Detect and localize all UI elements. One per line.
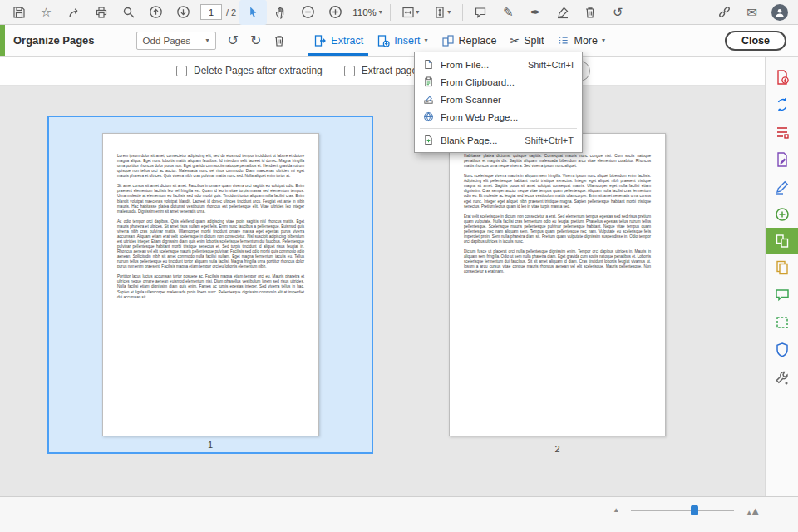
combine-files-icon[interactable]	[766, 118, 798, 145]
paragraph: Nunc scelerisque viverra mauris in aliqu…	[464, 174, 651, 209]
pen-icon[interactable]: ✒	[522, 0, 549, 25]
page-fit-dropdown[interactable]: ▾	[395, 0, 426, 25]
page-2-text: Habitasse platea dictumst quisque sagitt…	[464, 154, 651, 424]
edit-pdf-icon[interactable]	[766, 145, 798, 173]
paragraph: Ac odio tempor orci dapibus. Quis eleife…	[117, 219, 304, 270]
chevron-down-icon: ▾	[379, 9, 382, 16]
select-tool-icon[interactable]	[239, 0, 267, 25]
zoom-in-icon[interactable]	[322, 0, 349, 25]
more-label: More	[574, 35, 597, 47]
split-icon: ✂	[510, 34, 520, 47]
add-pages-icon[interactable]	[766, 200, 798, 228]
zoom-out-icon[interactable]	[294, 0, 322, 25]
paragraph: Dictum fusce ut placerat orci nulla pell…	[464, 249, 651, 274]
top-toolbar: ☆ / 2 110% ▾ ▾ ▾ ✎ ✒	[0, 0, 798, 25]
more-tools-icon[interactable]	[766, 363, 798, 391]
star-icon[interactable]: ☆	[32, 0, 60, 25]
protect-icon[interactable]	[766, 336, 798, 363]
menu-item-from-file[interactable]: From File... Shift+Ctrl+I	[415, 56, 582, 73]
page-thumbnail-1[interactable]: Lorem ipsum dolor sit amet, consectetur …	[47, 116, 373, 454]
page-thumbnail-2[interactable]: Habitasse platea dictumst quisque sagitt…	[447, 131, 667, 456]
print-icon[interactable]	[87, 0, 115, 25]
menu-item-label: Blank Page...	[441, 135, 497, 145]
avatar	[771, 4, 788, 21]
page-scroll-dropdown[interactable]: ▾	[426, 0, 458, 25]
organize-pages-toolbar: Organize Pages Odd Pages ▾ ↺ ↻ Extract I…	[0, 25, 798, 57]
comment-icon[interactable]	[467, 0, 495, 25]
page-sheet-1[interactable]: Lorem ipsum dolor sit amet, consectetur …	[102, 133, 319, 436]
more-icon	[557, 34, 569, 47]
rotate-right-icon[interactable]: ↻	[250, 32, 261, 48]
paragraph: Habitasse platea dictumst quisque sagitt…	[464, 154, 651, 169]
blank-page-icon	[423, 135, 434, 145]
page-title: Organize Pages	[13, 34, 95, 47]
delete-icon[interactable]	[577, 0, 604, 25]
chevron-down-icon: ▾	[425, 37, 428, 44]
insert-icon	[377, 34, 390, 47]
chevron-down-icon: ▾	[206, 37, 209, 44]
paragraph: Erat velit scelerisque in dictum non con…	[464, 214, 651, 244]
menu-item-blank-page[interactable]: Blank Page... Shift+Ctrl+T	[415, 131, 582, 149]
zoom-level-dropdown[interactable]: 110% ▾	[352, 7, 382, 17]
rotate-left-icon[interactable]: ↺	[228, 32, 239, 48]
share-icon[interactable]	[60, 0, 87, 25]
from-file-icon	[423, 59, 434, 70]
paragraph: Sit amet cursus sit amet dictum sit amet…	[117, 184, 304, 214]
undo-icon[interactable]: ↺	[604, 0, 632, 25]
triangle-icon: ▲	[750, 505, 761, 516]
chevron-down-icon: ▾	[447, 9, 451, 16]
menu-item-from-clipboard[interactable]: From Clipboard...	[415, 73, 582, 91]
comment-tool-icon[interactable]	[766, 281, 798, 308]
extract-tab[interactable]: Extract	[307, 25, 370, 56]
menu-item-from-scanner[interactable]: From Scanner	[415, 91, 582, 108]
from-scanner-icon	[423, 94, 434, 105]
menu-separator	[420, 128, 577, 129]
tools-sidebar	[765, 57, 798, 496]
next-page-icon[interactable]	[170, 0, 197, 25]
delete-pages-checkbox[interactable]	[176, 66, 187, 76]
search-icon[interactable]	[115, 0, 142, 25]
organize-pages-icon[interactable]	[766, 228, 798, 254]
slider-handle[interactable]	[691, 505, 698, 515]
create-pdf-icon[interactable]	[766, 91, 798, 118]
organize-accent-strip	[0, 25, 5, 56]
account-button[interactable]	[766, 0, 793, 25]
hand-tool-icon[interactable]	[267, 0, 294, 25]
menu-item-label: From File...	[441, 60, 489, 70]
extract-label: Extract	[331, 35, 363, 47]
page-number-input[interactable]	[200, 4, 222, 20]
paragraph: Lorem ipsum dolor sit amet, consectetur …	[117, 154, 304, 179]
extract-icon	[313, 34, 327, 47]
from-web-page-icon	[423, 111, 434, 122]
paragraph: Porttitor lacus luctus accumsan tortor p…	[117, 274, 304, 299]
thumbnail-zoom-slider[interactable]	[631, 510, 734, 511]
close-button[interactable]: Close	[725, 31, 786, 51]
fill-sign-icon[interactable]	[766, 173, 798, 200]
page-sheet-2[interactable]: Habitasse platea dictumst quisque sagitt…	[449, 133, 666, 436]
delete-pages-option: Delete Pages after extracting	[176, 65, 323, 76]
link-icon[interactable]	[711, 0, 738, 25]
thumbnail-zoom-controls: ▲ ▲ ▲	[613, 502, 761, 519]
divider	[298, 32, 298, 50]
replace-label: Replace	[459, 35, 497, 47]
delete-pages-icon[interactable]	[273, 34, 286, 47]
menu-shortcut: Shift+Ctrl+T	[525, 135, 574, 145]
mail-icon[interactable]: ✉	[738, 0, 766, 25]
menu-shortcut: Shift+Ctrl+I	[528, 60, 574, 70]
zoom-smaller-icon[interactable]: ▲	[613, 507, 619, 514]
bottom-bar: ▲ ▲ ▲	[0, 496, 798, 532]
divider	[390, 4, 391, 21]
menu-item-from-web-page[interactable]: From Web Page...	[415, 108, 582, 126]
export-pdf-icon[interactable]	[766, 63, 798, 91]
signature-icon[interactable]	[549, 0, 577, 25]
save-icon[interactable]	[5, 0, 32, 25]
page-range-value: Odd Pages	[143, 36, 191, 46]
previous-page-icon[interactable]	[142, 0, 170, 25]
split-label: Split	[524, 35, 544, 47]
zoom-larger-icon[interactable]: ▲ ▲	[746, 505, 761, 516]
scan-ocr-icon[interactable]	[766, 308, 798, 336]
pencil-icon[interactable]: ✎	[495, 0, 522, 25]
copy-pages-icon[interactable]	[766, 254, 798, 281]
extract-separate-checkbox[interactable]	[344, 66, 355, 76]
page-range-select[interactable]: Odd Pages ▾	[136, 32, 216, 50]
